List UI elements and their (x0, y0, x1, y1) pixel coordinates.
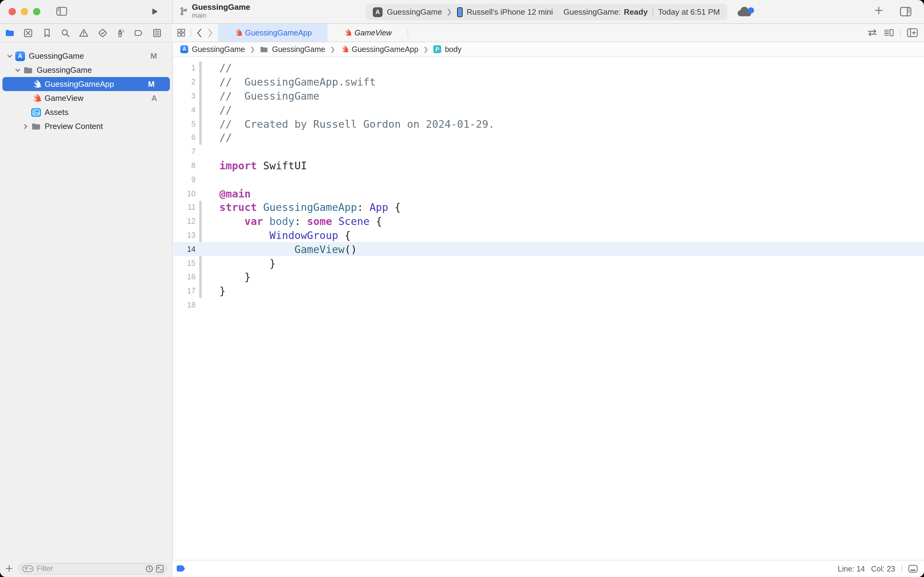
toggle-inspector-icon[interactable] (900, 7, 912, 16)
jump-bar: A GuessingGame ❯ GuessingGame ❯ Guessing… (174, 42, 924, 57)
recents-filter-icon[interactable] (145, 564, 153, 572)
tree-row-file[interactable]: GameView A (0, 91, 172, 105)
tab-label: GameView (354, 28, 392, 37)
toggle-navigator-icon[interactable] (56, 7, 67, 16)
breadcrumb-project[interactable]: GuessingGame (192, 45, 245, 53)
file-tree: A GuessingGame M GuessingGame GuessingGa… (0, 49, 172, 133)
divider (900, 28, 901, 37)
close-button[interactable] (8, 8, 16, 15)
filter-placeholder: Filter (37, 564, 53, 573)
navigator-filter-bar: Filter (0, 560, 173, 577)
tree-row-file[interactable]: Assets (0, 105, 172, 119)
asset-catalog-icon (31, 108, 41, 116)
filter-field[interactable]: Filter (18, 562, 167, 574)
scheme-app-icon: A (373, 7, 383, 17)
chevron-right-icon: ❯ (423, 46, 428, 53)
tab-guessinggameapp[interactable]: GuessingGameApp (218, 24, 328, 42)
editor-bottom-bar: Line: 14 Col: 23 (174, 560, 924, 577)
tree-label: Assets (45, 108, 68, 117)
xcode-window: GuessingGame main A GuessingGame ❯ Russe… (0, 0, 924, 577)
back-button[interactable] (196, 28, 202, 38)
activity-status[interactable]: GuessingGame: Ready Today at 6:51 PM (563, 7, 720, 16)
breakpoints-toggle-icon[interactable] (177, 566, 186, 572)
minimize-button[interactable] (21, 8, 28, 15)
project-navigator-icon[interactable] (5, 28, 14, 38)
column-indicator[interactable]: Col: 23 (871, 564, 895, 573)
tree-row-group[interactable]: GuessingGame (0, 63, 172, 77)
add-editor-icon[interactable] (907, 28, 918, 37)
tree-row-project-root[interactable]: A GuessingGame M (0, 49, 172, 63)
breakpoint-navigator-icon[interactable] (134, 28, 143, 38)
status-badge: A (151, 93, 157, 103)
find-navigator-icon[interactable] (61, 28, 70, 38)
swift-file-icon (340, 45, 348, 53)
source-control-filter-icon[interactable] (156, 564, 164, 572)
property-icon: P (433, 45, 441, 53)
source-control-navigator-icon[interactable] (23, 28, 33, 38)
branch-name: main (192, 11, 250, 19)
status-divider (653, 8, 653, 16)
breadcrumb-file[interactable]: GuessingGameApp (352, 45, 418, 53)
branch-icon (179, 6, 188, 16)
tree-label: GuessingGameApp (45, 79, 114, 89)
toolbar-left-section (0, 0, 173, 23)
folder-icon (31, 121, 41, 131)
scheme-selector[interactable]: A GuessingGame ❯ Russell's iPhone 12 min… (365, 4, 727, 20)
scheme-project[interactable]: GuessingGame (387, 7, 442, 16)
tree-row-selected-file[interactable]: GuessingGameApp M (2, 77, 170, 91)
tree-row-group[interactable]: Preview Content (0, 119, 172, 133)
forward-button[interactable] (207, 28, 213, 38)
divider (901, 565, 902, 573)
swift-file-icon (31, 79, 41, 89)
window-title: GuessingGame (192, 2, 250, 11)
tab-gameview[interactable]: GameView (328, 24, 407, 42)
related-items-icon[interactable] (177, 28, 186, 37)
breadcrumb-symbol[interactable]: body (445, 45, 461, 53)
status-badge: M (148, 79, 155, 89)
status-badge: M (150, 52, 157, 61)
source-editor[interactable]: 1// 2// GuessingGameApp.swift 3// Guessi… (174, 57, 924, 560)
swift-file-icon (343, 29, 351, 37)
tree-label: GuessingGame (29, 52, 84, 61)
new-tab-button[interactable] (874, 5, 884, 15)
adjust-editor-options-icon[interactable] (884, 29, 894, 37)
add-file-button[interactable] (5, 564, 13, 573)
disclosure-open-icon[interactable] (6, 53, 13, 59)
project-title-block[interactable]: GuessingGame main (179, 2, 250, 19)
disclosure-open-icon[interactable] (14, 67, 21, 73)
zoom-button[interactable] (33, 8, 40, 15)
debug-navigator-icon[interactable] (116, 28, 125, 38)
bookmark-navigator-icon[interactable] (42, 28, 52, 38)
navigator-bar (0, 24, 173, 42)
status-app: GuessingGame: (563, 7, 621, 16)
toolbar: GuessingGame main A GuessingGame ❯ Russe… (0, 0, 924, 24)
status-state: Ready (624, 7, 648, 16)
run-button[interactable] (151, 7, 159, 16)
folder-icon (260, 45, 269, 53)
scheme-destination[interactable]: Russell's iPhone 12 mini (467, 7, 553, 16)
disclosure-closed-icon[interactable] (22, 123, 29, 129)
line-indicator[interactable]: Line: 14 (838, 564, 865, 573)
report-navigator-icon[interactable] (152, 28, 162, 38)
tree-label: GuessingGame (37, 65, 92, 74)
code-review-icon[interactable] (867, 29, 877, 37)
editor-only-mode-icon[interactable] (908, 565, 918, 573)
app-project-icon: A (180, 45, 188, 53)
issue-navigator-icon[interactable] (79, 28, 89, 38)
test-navigator-icon[interactable] (98, 28, 108, 38)
divider (407, 28, 408, 37)
divider (191, 28, 191, 37)
highlighted-line[interactable]: 14 GameView() (174, 242, 924, 256)
chevron-right-icon: ❯ (330, 46, 335, 53)
chevron-right-icon: ❯ (446, 8, 452, 16)
folder-icon (23, 65, 33, 75)
breadcrumb-group[interactable]: GuessingGame (272, 45, 325, 53)
swift-file-icon (31, 93, 41, 103)
editor-area: GuessingGameApp GameView A GuessingGame … (174, 24, 924, 577)
cloud-activity-icon[interactable] (737, 6, 755, 18)
tree-label: Preview Content (45, 122, 103, 131)
chevron-right-icon: ❯ (250, 46, 255, 53)
cloud-status-dot (748, 7, 754, 13)
status-time: Today at 6:51 PM (658, 7, 720, 16)
project-navigator: A GuessingGame M GuessingGame GuessingGa… (0, 42, 173, 577)
